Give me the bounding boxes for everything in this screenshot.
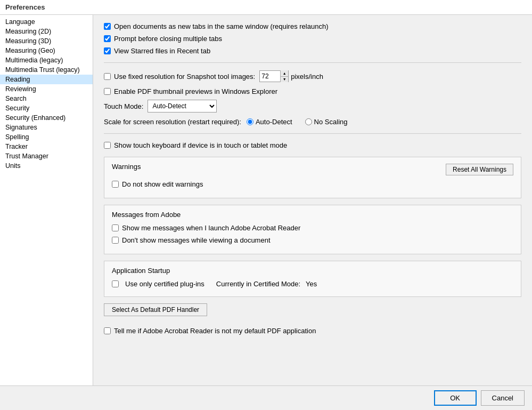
- sidebar-item-language[interactable]: Language: [0, 17, 93, 27]
- scale-radio-group: Auto-Detect No Scaling: [247, 118, 352, 126]
- auto-detect-radio-text: Auto-Detect: [256, 118, 292, 126]
- resolution-up-btn[interactable]: ▲: [281, 70, 288, 77]
- enable-thumbnail-checkbox[interactable]: [104, 88, 111, 95]
- dont-show-messages-label: Don't show messages while viewing a docu…: [122, 236, 271, 244]
- auto-detect-radio[interactable]: [247, 118, 253, 125]
- bottom-bar: OK Cancel: [0, 385, 532, 410]
- sidebar: LanguageMeasuring (2D)Measuring (3D)Meas…: [0, 15, 93, 385]
- dont-show-messages-row: Don't show messages while viewing a docu…: [112, 236, 513, 244]
- view-starred-row: View Starred files in Recent tab: [104, 47, 521, 55]
- dont-show-messages-checkbox[interactable]: [112, 237, 119, 244]
- scale-resolution-label: Scale for screen resolution (restart req…: [104, 118, 241, 126]
- scale-resolution-row: Scale for screen resolution (restart req…: [104, 118, 521, 126]
- do-not-show-warnings-label: Do not show edit warnings: [122, 180, 203, 188]
- no-scaling-radio-text: No Scaling: [314, 118, 348, 126]
- sidebar-item-measuring--3d-[interactable]: Measuring (3D): [0, 36, 93, 46]
- sidebar-item-trust-manager[interactable]: Trust Manager: [0, 151, 93, 161]
- messages-title: Messages from Adobe: [112, 211, 513, 219]
- select-default-btn[interactable]: Select As Default PDF Handler: [104, 303, 207, 316]
- touch-mode-label: Touch Mode:: [104, 102, 143, 110]
- show-messages-row: Show me messages when I launch Adobe Acr…: [112, 224, 513, 232]
- show-touch-keyboard-label: Show touch keyboard if device is in touc…: [114, 141, 287, 149]
- sidebar-item-search[interactable]: Search: [0, 94, 93, 103]
- sidebar-item-units[interactable]: Units: [0, 161, 93, 171]
- sidebar-item-signatures[interactable]: Signatures: [0, 123, 93, 132]
- preferences-title: Preferences: [0, 0, 532, 15]
- startup-title: Application Startup: [112, 267, 513, 275]
- cancel-button[interactable]: Cancel: [481, 390, 525, 406]
- enable-thumbnail-row: Enable PDF thumbnail previews in Windows…: [104, 87, 521, 95]
- resolution-input[interactable]: [260, 71, 280, 81]
- sidebar-item-measuring--2d-[interactable]: Measuring (2D): [0, 27, 93, 36]
- no-scaling-radio-label[interactable]: No Scaling: [305, 118, 348, 126]
- tell-me-checkbox[interactable]: [104, 327, 111, 334]
- sidebar-item-multimedia-trust--legacy-[interactable]: Multimedia Trust (legacy): [0, 65, 93, 75]
- certified-mode-value: Yes: [306, 280, 317, 288]
- resolution-unit: pixels/inch: [291, 73, 323, 81]
- fixed-resolution-row: Use fixed resolution for Snapshot tool i…: [104, 70, 521, 82]
- prompt-closing-checkbox[interactable]: [104, 35, 111, 42]
- enable-thumbnail-label: Enable PDF thumbnail previews in Windows…: [114, 87, 277, 95]
- open-new-tabs-label: Open documents as new tabs in the same w…: [114, 22, 329, 30]
- certified-plugins-checkbox[interactable]: [112, 280, 119, 287]
- show-touch-keyboard-row: Show touch keyboard if device is in touc…: [104, 141, 521, 149]
- certified-mode-row: Use only certified plug-ins Currently in…: [112, 280, 513, 288]
- resolution-down-btn[interactable]: ▼: [281, 77, 288, 83]
- certified-mode-label: Currently in Certified Mode:: [216, 280, 300, 288]
- sidebar-item-security[interactable]: Security: [0, 103, 93, 113]
- touch-mode-select[interactable]: Auto-Detect Touch Stylus Mouse: [148, 100, 217, 112]
- view-starred-label: View Starred files in Recent tab: [114, 47, 210, 55]
- warnings-section: Warnings Reset All Warnings Do not show …: [104, 157, 521, 198]
- open-new-tabs-row: Open documents as new tabs in the same w…: [104, 22, 521, 30]
- open-new-tabs-checkbox[interactable]: [104, 23, 111, 30]
- do-not-show-warnings-row: Do not show edit warnings: [112, 180, 513, 188]
- sidebar-item-tracker[interactable]: Tracker: [0, 142, 93, 151]
- sidebar-item-reviewing[interactable]: Reviewing: [0, 84, 93, 94]
- messages-section: Messages from Adobe Show me messages whe…: [104, 205, 521, 254]
- fixed-resolution-label: Use fixed resolution for Snapshot tool i…: [114, 73, 255, 81]
- fixed-resolution-checkbox[interactable]: [104, 73, 111, 80]
- auto-detect-radio-label[interactable]: Auto-Detect: [247, 118, 292, 126]
- tell-me-row: Tell me if Adobe Acrobat Reader is not m…: [104, 327, 521, 335]
- main-content: Open documents as new tabs in the same w…: [93, 15, 532, 385]
- touch-mode-row: Touch Mode: Auto-Detect Touch Stylus Mou…: [104, 100, 521, 112]
- view-starred-checkbox[interactable]: [104, 47, 111, 54]
- sidebar-item-spelling[interactable]: Spelling: [0, 132, 93, 142]
- reset-warnings-btn[interactable]: Reset All Warnings: [446, 164, 513, 175]
- warnings-title: Warnings: [112, 163, 141, 171]
- tell-me-label: Tell me if Adobe Acrobat Reader is not m…: [114, 327, 316, 335]
- no-scaling-radio[interactable]: [305, 118, 312, 125]
- ok-button[interactable]: OK: [434, 390, 477, 406]
- do-not-show-warnings-checkbox[interactable]: [112, 181, 119, 188]
- sidebar-item-reading[interactable]: Reading: [0, 75, 93, 84]
- show-touch-keyboard-checkbox[interactable]: [104, 142, 111, 149]
- sidebar-item-multimedia--legacy-[interactable]: Multimedia (legacy): [0, 55, 93, 65]
- sidebar-item-measuring--geo-[interactable]: Measuring (Geo): [0, 46, 93, 55]
- sidebar-item-security--enhanced-[interactable]: Security (Enhanced): [0, 113, 93, 123]
- show-messages-checkbox[interactable]: [112, 224, 119, 231]
- prompt-closing-row: Prompt before closing multiple tabs: [104, 35, 521, 43]
- prompt-closing-label: Prompt before closing multiple tabs: [114, 35, 222, 43]
- show-messages-label: Show me messages when I launch Adobe Acr…: [122, 224, 300, 232]
- startup-section: Application Startup Use only certified p…: [104, 261, 521, 297]
- select-default-container: Select As Default PDF Handler: [104, 303, 521, 321]
- resolution-spinner[interactable]: ▲ ▼: [259, 70, 289, 82]
- certified-plugins-label: Use only certified plug-ins: [125, 280, 204, 288]
